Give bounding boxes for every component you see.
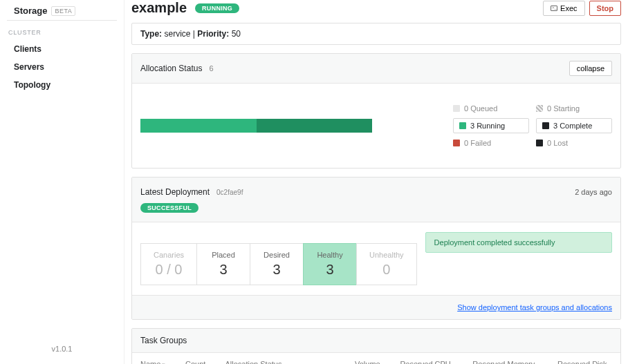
allocation-count: 6 [209, 64, 213, 73]
sidebar-item-clients[interactable]: Clients [7, 40, 117, 58]
terminal-icon [551, 6, 557, 11]
metric-healthy: Healthy3 [303, 243, 357, 285]
stripe-icon [536, 105, 543, 112]
allocation-bar [140, 119, 372, 133]
metric-desired: Desired3 [250, 243, 304, 285]
legend-queued: 0 Queued [453, 104, 529, 113]
deployment-status-badge: SUCCESSFUL [140, 203, 198, 213]
square-icon [542, 122, 549, 129]
square-icon [459, 122, 466, 129]
col-cpu[interactable]: Reserved CPU [391, 353, 464, 364]
legend-complete[interactable]: 3 Complete [536, 118, 612, 133]
deployment-age: 2 days ago [575, 188, 612, 196]
task-groups-panel: Task Groups Name▾ Count Allocation Statu… [131, 328, 621, 364]
sidebar-storage-title[interactable]: Storage [14, 6, 47, 16]
deployment-id: 0c2fae9f [216, 189, 243, 196]
col-volume[interactable]: Volume [347, 353, 391, 364]
show-deployment-link[interactable]: Show deployment task groups and allocati… [457, 303, 612, 312]
version-label: v1.0.1 [7, 339, 117, 358]
latest-deployment-panel: Latest Deployment 0c2fae9f 2 days ago SU… [131, 177, 621, 320]
allocation-bar-complete [257, 119, 373, 133]
exec-button-label: Exec [560, 4, 577, 12]
sidebar-item-servers[interactable]: Servers [7, 58, 117, 76]
deployment-message: Deployment completed successfully [425, 232, 612, 253]
exec-button[interactable]: Exec [543, 1, 584, 16]
allocation-status-panel: Allocation Status 6 collapse 0 Queued 0 … [131, 53, 621, 169]
legend-starting: 0 Starting [536, 104, 612, 113]
metric-unhealthy: Unhealthy0 [356, 243, 417, 285]
allocation-legend: 0 Queued 0 Starting 3 Running 3 Complete… [453, 104, 612, 147]
legend-lost: 0 Lost [536, 139, 612, 147]
job-status-badge: RUNNING [195, 3, 239, 13]
legend-failed: 0 Failed [453, 139, 529, 147]
col-count[interactable]: Count [177, 353, 217, 364]
latest-deployment-title: Latest Deployment [140, 187, 210, 197]
square-icon [453, 140, 460, 146]
sort-icon: ▾ [162, 361, 165, 364]
type-label: Type: [140, 29, 162, 39]
col-name[interactable]: Name▾ [132, 353, 177, 364]
sidebar: Storage BETA CLUSTER Clients Servers Top… [0, 0, 124, 364]
collapse-button[interactable]: collapse [569, 61, 612, 76]
job-name: example [131, 0, 187, 16]
col-alloc[interactable]: Allocation Status [217, 353, 347, 364]
page-header: example RUNNING Exec Stop [131, 0, 621, 16]
square-icon [453, 105, 460, 112]
col-mem[interactable]: Reserved Memory [464, 353, 549, 364]
square-icon [536, 140, 543, 146]
col-disk[interactable]: Reserved Disk [549, 353, 620, 364]
sidebar-item-topology[interactable]: Topology [7, 76, 117, 94]
beta-badge: BETA [51, 6, 75, 16]
cluster-section-label: CLUSTER [8, 29, 117, 36]
priority-label: Priority: [197, 29, 229, 39]
allocation-bar-running [140, 119, 257, 133]
metric-placed: Placed3 [196, 243, 250, 285]
legend-running[interactable]: 3 Running [453, 118, 529, 133]
main-content: example RUNNING Exec Stop Type: service … [124, 0, 628, 364]
stop-button[interactable]: Stop [589, 1, 621, 16]
job-meta-panel: Type: service | Priority: 50 [131, 23, 621, 45]
stop-button-label: Stop [597, 4, 613, 12]
type-value: service [164, 29, 190, 39]
metric-canaries: Canaries0 / 0 [140, 243, 197, 285]
allocation-status-title: Allocation Status [140, 64, 202, 73]
task-groups-table: Name▾ Count Allocation Status Volume Res… [132, 353, 620, 364]
task-groups-title: Task Groups [140, 336, 187, 345]
priority-value: 50 [232, 29, 241, 39]
